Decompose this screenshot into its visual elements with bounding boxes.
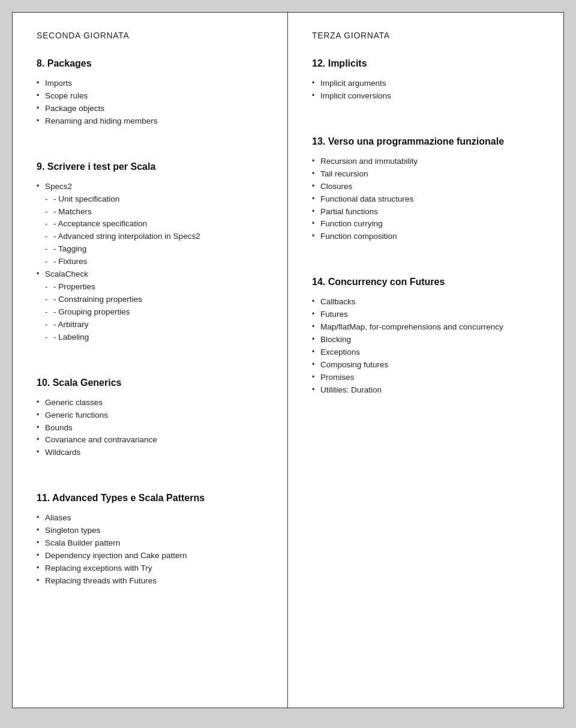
list-item: Blocking xyxy=(312,334,545,346)
list-item: Futures xyxy=(312,308,545,321)
list-item: - Matchers xyxy=(37,206,269,218)
list-item: Singleton types xyxy=(37,525,269,537)
list-item: Replacing threads with Futures xyxy=(37,575,269,588)
list-item: Recursion and immutability xyxy=(312,155,545,168)
list-item: Replacing exceptions with Try xyxy=(37,562,269,575)
list-item: Composing futures xyxy=(312,359,545,372)
section-13-list: Recursion and immutability Tail recursio… xyxy=(312,155,545,243)
list-item: - Unit specification xyxy=(37,193,269,206)
list-item: Covariance and contravariance xyxy=(37,434,269,447)
section-12-title: 12. Implicits xyxy=(312,58,545,69)
list-item: ScalaCheck xyxy=(37,268,269,281)
list-item: - Grouping properties xyxy=(37,306,269,319)
list-item: Scala Builder pattern xyxy=(37,537,269,550)
list-item: - Tagging xyxy=(37,243,269,256)
list-item: Promises xyxy=(312,372,545,384)
section-12-list: Implicit arguments Implicit conversions xyxy=(312,77,545,103)
left-column-header: SECONDA GIORNATA xyxy=(37,31,269,40)
list-item: Closures xyxy=(312,181,545,193)
list-item: - Acceptance specification xyxy=(37,218,269,230)
section-9-list: Specs2 - Unit specification - Matchers -… xyxy=(37,181,269,344)
list-item: Exceptions xyxy=(312,346,545,359)
list-item: Wildcards xyxy=(37,447,269,459)
section-14-list: Callbacks Futures Map/flatMap, for-compr… xyxy=(312,296,545,396)
section-9-title: 9. Scrivere i test per Scala xyxy=(37,161,269,172)
list-item: Bounds xyxy=(37,422,269,435)
section-10-list: Generic classes Generic functions Bounds… xyxy=(37,397,269,460)
section-11-title: 11. Advanced Types e Scala Patterns xyxy=(37,493,269,504)
list-item: - Constraining properties xyxy=(37,293,269,306)
list-item: Generic functions xyxy=(37,409,269,422)
list-item: - Advanced string interpolation in Specs… xyxy=(37,230,269,243)
left-column: SECONDA GIORNATA 8. Packages Imports Sco… xyxy=(13,13,288,708)
list-item: - Fixtures xyxy=(37,256,269,268)
section-14-title: 14. Concurrency con Futures xyxy=(312,277,545,287)
section-8-list: Imports Scope rules Package objects Rena… xyxy=(37,77,269,128)
list-item: Specs2 xyxy=(37,181,269,193)
right-column-header: TERZA GIORNATA xyxy=(312,31,545,40)
section-13-title: 13. Verso una programmazione funzionale xyxy=(312,136,545,147)
list-item: Tail recursion xyxy=(312,168,545,181)
list-item: - Labeling xyxy=(37,331,269,344)
list-item: Dependency injection and Cake pattern xyxy=(37,550,269,562)
section-10-title: 10. Scala Generics xyxy=(37,378,269,388)
list-item: Callbacks xyxy=(312,296,545,308)
list-item: - Properties xyxy=(37,281,269,293)
list-item: Partial functions xyxy=(312,206,545,218)
section-11-list: Aliases Singleton types Scala Builder pa… xyxy=(37,512,269,588)
list-item: Aliases xyxy=(37,512,269,525)
list-item: Utilities: Duration xyxy=(312,384,545,397)
section-8-title: 8. Packages xyxy=(37,58,269,69)
list-item: Function currying xyxy=(312,218,545,230)
list-item: - Arbitrary xyxy=(37,319,269,331)
page-container: SECONDA GIORNATA 8. Packages Imports Sco… xyxy=(12,12,564,708)
list-item: Imports xyxy=(37,77,269,90)
list-item: Renaming and hiding members xyxy=(37,115,269,128)
list-item: Function composition xyxy=(312,230,545,243)
list-item: Implicit conversions xyxy=(312,90,545,103)
list-item: Implicit arguments xyxy=(312,77,545,90)
list-item: Scope rules xyxy=(37,90,269,103)
right-column: TERZA GIORNATA 12. Implicits Implicit ar… xyxy=(288,13,563,708)
list-item: Functional data structures xyxy=(312,193,545,206)
list-item: Map/flatMap, for-comprehensions and conc… xyxy=(312,321,545,334)
list-item: Generic classes xyxy=(37,397,269,409)
list-item: Package objects xyxy=(37,103,269,115)
